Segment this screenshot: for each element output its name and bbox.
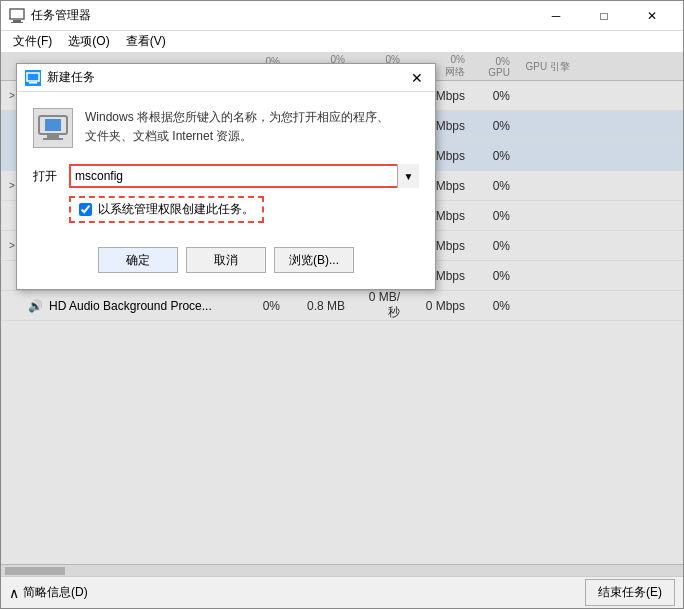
svg-rect-0 xyxy=(10,9,24,19)
browse-button[interactable]: 浏览(B)... xyxy=(274,247,354,273)
svg-rect-2 xyxy=(11,22,23,23)
input-wrapper: ▼ xyxy=(69,164,419,188)
dialog-title: 新建任务 xyxy=(47,69,407,86)
open-row: 打开 ▼ xyxy=(33,164,419,188)
content-area: 0% CPU 0% 内存 0% 磁盘 0% 网络 0% GPU GPU 引擎 xyxy=(1,53,683,576)
expand-arrow: ∧ xyxy=(9,585,19,601)
end-task-button[interactable]: 结束任务(E) xyxy=(585,579,675,606)
title-bar: 任务管理器 ─ □ ✕ xyxy=(1,1,683,31)
dialog-info: Windows 将根据您所键入的名称，为您打开相应的程序、 文件夹、文档或 In… xyxy=(33,108,419,148)
menu-file[interactable]: 文件(F) xyxy=(5,31,60,52)
window-controls: ─ □ ✕ xyxy=(533,1,675,31)
admin-checkbox[interactable] xyxy=(79,203,92,216)
dialog-overlay: 新建任务 ✕ xyxy=(1,53,683,576)
cancel-button[interactable]: 取消 xyxy=(186,247,266,273)
dropdown-button[interactable]: ▼ xyxy=(397,164,419,188)
dialog-buttons: 确定 取消 浏览(B)... xyxy=(33,247,419,273)
app-icon xyxy=(9,8,25,24)
menu-options[interactable]: 选项(O) xyxy=(60,31,117,52)
dialog-info-text: Windows 将根据您所键入的名称，为您打开相应的程序、 文件夹、文档或 In… xyxy=(85,108,389,146)
new-task-dialog: 新建任务 ✕ xyxy=(16,63,436,290)
main-window: 任务管理器 ─ □ ✕ 文件(F) 选项(O) 查看(V) 0% CPU 0% … xyxy=(0,0,684,609)
summary-info[interactable]: ∧ 简略信息(D) xyxy=(9,584,88,601)
maximize-button[interactable]: □ xyxy=(581,1,627,31)
svg-rect-6 xyxy=(45,119,61,131)
svg-rect-1 xyxy=(13,20,21,22)
status-bar: ∧ 简略信息(D) 结束任务(E) xyxy=(1,576,683,608)
dialog-close-button[interactable]: ✕ xyxy=(407,68,427,88)
svg-rect-7 xyxy=(47,135,59,138)
summary-label: 简略信息(D) xyxy=(23,584,88,601)
svg-rect-3 xyxy=(27,73,39,81)
menu-view[interactable]: 查看(V) xyxy=(118,31,174,52)
close-button[interactable]: ✕ xyxy=(629,1,675,31)
menu-bar: 文件(F) 选项(O) 查看(V) xyxy=(1,31,683,53)
checkbox-label: 以系统管理权限创建此任务。 xyxy=(98,201,254,218)
checkbox-row: 以系统管理权限创建此任务。 xyxy=(69,196,264,223)
svg-rect-8 xyxy=(43,138,63,140)
open-label: 打开 xyxy=(33,168,61,185)
ok-button[interactable]: 确定 xyxy=(98,247,178,273)
dialog-icon xyxy=(25,70,41,86)
command-input[interactable] xyxy=(69,164,419,188)
dialog-info-icon xyxy=(33,108,73,148)
dialog-body: Windows 将根据您所键入的名称，为您打开相应的程序、 文件夹、文档或 In… xyxy=(17,92,435,289)
minimize-button[interactable]: ─ xyxy=(533,1,579,31)
window-title: 任务管理器 xyxy=(31,7,533,24)
svg-rect-4 xyxy=(29,82,37,84)
dialog-titlebar: 新建任务 ✕ xyxy=(17,64,435,92)
